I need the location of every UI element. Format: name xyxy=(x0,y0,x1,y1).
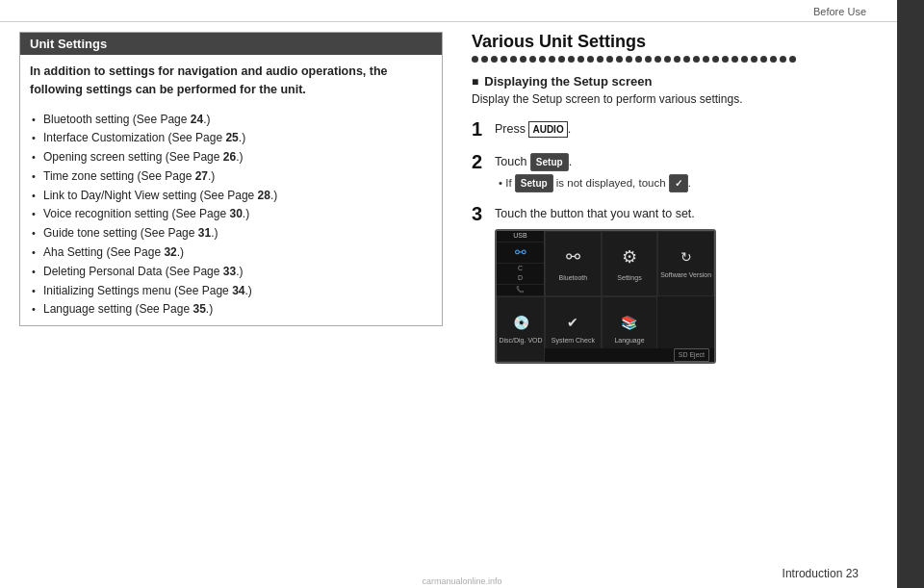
list-item: Aha Setting (See Page 32.) xyxy=(30,243,432,263)
setup-screen: USB ⚯ CD 📞 ⚯ Bluetooth ⚙ Settings xyxy=(495,229,716,364)
step-text-1: Press AUDIO. xyxy=(495,117,571,139)
step-2: 2 Touch Setup. If Setup is not displayed… xyxy=(472,150,905,192)
dot xyxy=(539,56,546,63)
dot xyxy=(654,56,661,63)
list-item: Voice recognition setting (See Page 30.) xyxy=(30,205,432,224)
system-icon: ✔ xyxy=(567,313,578,333)
step-sub-2: If Setup is not displayed, touch ✓. xyxy=(495,174,691,192)
bluetooth-icon: ⚯ xyxy=(566,244,580,270)
setup-bottom-bar: SD Eject xyxy=(545,348,714,362)
dot xyxy=(664,56,671,63)
bluetooth-label: Bluetooth xyxy=(559,273,588,284)
step-1: 1 Press AUDIO. xyxy=(472,117,905,141)
dot xyxy=(635,56,642,63)
step-3: 3 Touch the button that you want to set.… xyxy=(472,202,905,364)
setup-sidebar: USB ⚯ CD 📞 xyxy=(497,231,545,296)
dot xyxy=(568,56,575,63)
dot xyxy=(616,56,623,63)
chevron-badge: ✓ xyxy=(669,174,688,192)
section-subtext: Display the Setup screen to perform vari… xyxy=(472,92,905,106)
sd-eject-button: SD Eject xyxy=(674,348,709,363)
dot xyxy=(510,56,517,63)
list-item: Guide tone setting (See Page 31.) xyxy=(30,224,432,243)
step-text-2: Touch Setup. If Setup is not displayed, … xyxy=(495,150,691,192)
top-bar: Before Use xyxy=(0,0,924,22)
system-label: System Check xyxy=(552,336,595,346)
setup-cell-settings: ⚙ Settings xyxy=(602,231,658,296)
list-item: Link to Day/Night View setting (See Page… xyxy=(30,187,432,206)
dot xyxy=(491,56,498,63)
section-heading: Displaying the Setup screen xyxy=(472,74,905,89)
dot xyxy=(597,56,603,63)
dot xyxy=(587,56,594,63)
main-content: Unit Settings In addition to settings fo… xyxy=(0,22,924,383)
dot xyxy=(780,56,786,63)
right-sidebar-bar xyxy=(897,0,924,588)
list-item: Time zone setting (See Page 27.) xyxy=(30,167,432,187)
audio-badge: AUDIO xyxy=(528,121,567,138)
dot xyxy=(741,56,748,63)
dot xyxy=(751,56,757,63)
various-title: Various Unit Settings xyxy=(472,32,905,52)
dot xyxy=(760,56,767,63)
dot xyxy=(732,56,738,63)
left-column: Unit Settings In addition to settings fo… xyxy=(19,32,443,373)
list-item: Bluetooth setting (See Page 24.) xyxy=(30,111,432,130)
sidebar-item-phone: 📞 xyxy=(497,285,544,296)
language-icon: 📚 xyxy=(621,313,637,333)
intro-text: In addition to settings for navigation a… xyxy=(30,63,432,99)
dot xyxy=(693,56,700,63)
header-label: Before Use xyxy=(813,6,866,17)
dot xyxy=(578,56,584,63)
sidebar-item-cd: CD xyxy=(497,264,544,285)
list-item: Initializing Settings menu (See Page 34.… xyxy=(30,282,432,301)
unit-settings-box: Unit Settings In addition to settings fo… xyxy=(19,32,443,326)
setup-cell-software: ↻ Software Version xyxy=(657,231,714,296)
dot xyxy=(472,56,478,63)
dot xyxy=(529,56,536,63)
step-number-3: 3 xyxy=(472,202,487,225)
setup-cell-disc: 💿 Disc/Dig. VOD xyxy=(497,296,545,362)
right-column: Various Unit Settings xyxy=(472,32,905,373)
dot xyxy=(674,56,680,63)
dot xyxy=(606,56,613,63)
dot xyxy=(520,56,526,63)
unit-settings-title: Unit Settings xyxy=(20,33,442,55)
dot xyxy=(683,56,690,63)
list-item: Deleting Personal Data (See Page 33.) xyxy=(30,263,432,282)
list-item: Language setting (See Page 35.) xyxy=(30,300,432,320)
bullet-list: Bluetooth setting (See Page 24.) Interfa… xyxy=(30,111,432,320)
disc-label: Disc/Dig. VOD xyxy=(499,336,542,346)
language-label: Language xyxy=(614,336,644,346)
sidebar-item-bt: ⚯ xyxy=(497,243,544,264)
dot xyxy=(722,56,729,63)
watermark: carmanualonline.info xyxy=(422,576,501,586)
settings-label: Settings xyxy=(617,273,641,284)
step-text-3: Touch the button that you want to set. U… xyxy=(495,202,716,364)
setup-cell-bluetooth: ⚯ Bluetooth xyxy=(545,231,602,296)
dot xyxy=(500,56,507,63)
setup-badge-sub: Setup xyxy=(515,174,553,192)
dot xyxy=(626,56,632,63)
list-item: Interface Customization (See Page 25.) xyxy=(30,129,432,148)
dot xyxy=(558,56,565,63)
dot xyxy=(789,56,796,63)
dot xyxy=(645,56,652,63)
dot xyxy=(703,56,709,63)
footer-label: Introduction 23 xyxy=(783,567,859,580)
sidebar-item-usb: USB xyxy=(497,231,544,243)
dot xyxy=(770,56,777,63)
setup-badge: Setup xyxy=(530,153,569,171)
software-icon: ↻ xyxy=(680,247,692,268)
software-label: Software Version xyxy=(660,270,711,281)
step-number-1: 1 xyxy=(472,117,487,141)
dots-row xyxy=(472,56,905,63)
dot xyxy=(481,56,488,63)
dot xyxy=(712,56,719,63)
list-item: Opening screen setting (See Page 26.) xyxy=(30,148,432,167)
settings-icon: ⚙ xyxy=(622,244,637,270)
disc-icon: 💿 xyxy=(513,313,529,333)
step-number-2: 2 xyxy=(472,150,487,173)
dot xyxy=(549,56,555,63)
